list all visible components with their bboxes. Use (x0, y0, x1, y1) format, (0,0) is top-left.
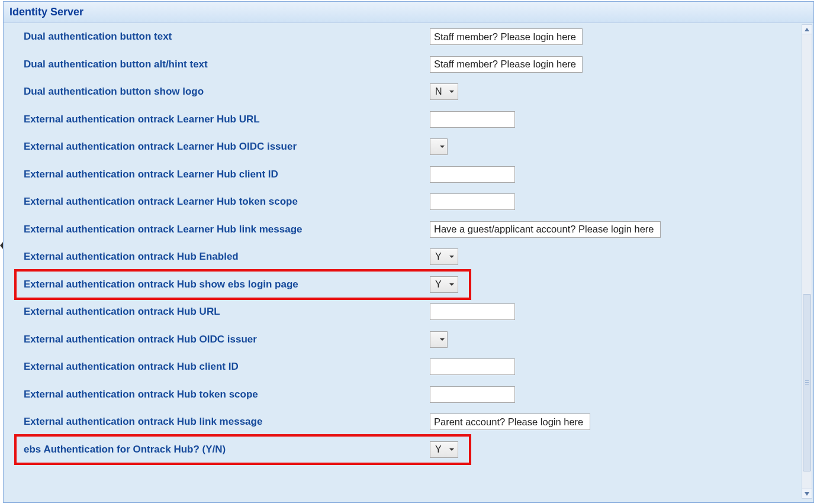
setting-control: Y (430, 441, 458, 458)
setting-label: Dual authentication button alt/hint text (24, 59, 208, 70)
chevron-down-icon (448, 253, 455, 260)
dropdown[interactable] (430, 138, 448, 155)
setting-control: Y (430, 248, 458, 265)
text-input[interactable] (430, 111, 515, 128)
setting-row: Dual authentication button alt/hint text (6, 51, 800, 79)
text-input[interactable] (430, 56, 583, 73)
setting-label: External authentication ontrack Learner … (24, 224, 302, 235)
setting-control: N (430, 83, 458, 100)
setting-row: External authentication ontrack Hub Enab… (6, 243, 800, 271)
text-input[interactable] (430, 386, 515, 403)
app-root: Identity Server Dual authentication butt… (0, 0, 817, 504)
setting-row: External authentication ontrack Learner … (6, 133, 800, 161)
setting-control (430, 331, 448, 348)
setting-label: External authentication ontrack Learner … (24, 169, 278, 180)
setting-row: External authentication ontrack Hub toke… (6, 381, 800, 409)
setting-label: External authentication ontrack Hub link… (24, 416, 262, 428)
setting-label: ebs Authentication for Ontrack Hub? (Y/N… (24, 444, 226, 455)
setting-row: External authentication ontrack Learner … (6, 216, 800, 244)
text-input[interactable] (430, 358, 515, 375)
setting-label: External authentication ontrack Hub show… (24, 279, 298, 290)
setting-control (430, 28, 583, 45)
setting-row: External authentication ontrack Hub link… (6, 408, 800, 436)
setting-row: External authentication ontrack Learner … (6, 106, 800, 134)
setting-row: External authentication ontrack Learner … (6, 188, 800, 216)
setting-control (430, 303, 515, 320)
setting-label: External authentication ontrack Hub clie… (24, 361, 239, 373)
identity-server-panel: Identity Server Dual authentication butt… (3, 1, 814, 503)
setting-control (430, 166, 515, 183)
setting-control (430, 386, 515, 403)
setting-row: External authentication ontrack Hub OIDC… (6, 326, 800, 354)
setting-control (430, 138, 448, 155)
text-input[interactable] (430, 413, 590, 430)
setting-label: External authentication ontrack Hub URL (24, 306, 220, 318)
dropdown-value: N (435, 86, 443, 97)
vertical-scrollbar[interactable] (802, 24, 812, 499)
setting-label: Dual authentication button show logo (24, 86, 204, 98)
setting-row: Dual authentication button text (6, 23, 800, 51)
chevron-down-icon (448, 281, 455, 288)
settings-list: Dual authentication button textDual auth… (6, 23, 800, 499)
setting-label: External authentication ontrack Learner … (24, 196, 298, 208)
text-input[interactable] (430, 166, 515, 183)
setting-row: External authentication ontrack Hub clie… (6, 353, 800, 381)
setting-label: Dual authentication button text (24, 31, 172, 43)
setting-control (430, 111, 515, 128)
dropdown-value: Y (435, 444, 443, 455)
chevron-down-icon (448, 88, 455, 95)
setting-label: External authentication ontrack Hub OIDC… (24, 334, 257, 345)
dropdown[interactable]: Y (430, 248, 458, 265)
setting-control (430, 56, 583, 73)
dropdown-value: Y (435, 251, 443, 262)
setting-control (430, 358, 515, 375)
scroll-up-button[interactable] (802, 25, 812, 34)
setting-label: External authentication ontrack Hub Enab… (24, 251, 239, 263)
setting-row: External authentication ontrack Hub URL (6, 298, 800, 326)
setting-control (430, 413, 590, 430)
text-input[interactable] (430, 221, 661, 238)
scroll-down-button[interactable] (802, 489, 812, 498)
setting-control: Y (430, 276, 458, 293)
dropdown[interactable]: Y (430, 276, 458, 293)
panel-header: Identity Server (4, 2, 813, 23)
setting-row: ebs Authentication for Ontrack Hub? (Y/N… (6, 436, 800, 464)
setting-row: External authentication ontrack Hub show… (6, 271, 800, 299)
chevron-down-icon (439, 143, 445, 150)
setting-control (430, 193, 515, 210)
setting-row: Dual authentication button show logoN (6, 78, 800, 106)
scrollbar-thumb[interactable] (803, 294, 811, 471)
chevron-down-icon (439, 336, 445, 343)
setting-control (430, 221, 661, 238)
setting-label: External authentication ontrack Learner … (24, 114, 260, 125)
panel-title: Identity Server (9, 6, 83, 18)
dropdown[interactable]: Y (430, 441, 458, 458)
dropdown-value: Y (435, 279, 443, 290)
chevron-down-icon (448, 446, 455, 453)
setting-row: External authentication ontrack Learner … (6, 161, 800, 189)
setting-label: External authentication ontrack Learner … (24, 141, 297, 153)
text-input[interactable] (430, 28, 583, 45)
dropdown[interactable]: N (430, 83, 458, 100)
text-input[interactable] (430, 303, 515, 320)
dropdown[interactable] (430, 331, 448, 348)
setting-label: External authentication ontrack Hub toke… (24, 389, 258, 400)
text-input[interactable] (430, 193, 515, 210)
